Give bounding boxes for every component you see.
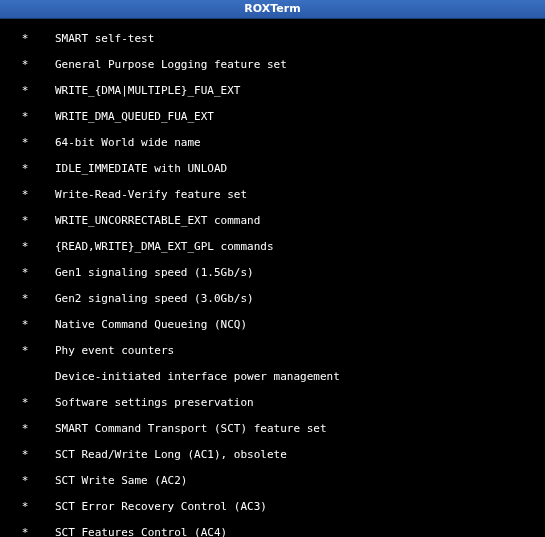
feature-line: * Gen2 signaling speed (3.0Gb/s)	[2, 292, 543, 305]
feature-line: * Software settings preservation	[2, 396, 543, 409]
feature-line: * Phy event counters	[2, 344, 543, 357]
feature-line: * General Purpose Logging feature set	[2, 58, 543, 71]
title-text: ROXTerm	[244, 2, 300, 15]
feature-line: * SMART self-test	[2, 32, 543, 45]
feature-line: * WRITE_{DMA|MULTIPLE}_FUA_EXT	[2, 84, 543, 97]
feature-line: * SCT Read/Write Long (AC1), obsolete	[2, 448, 543, 461]
window-titlebar[interactable]: ROXTerm	[0, 0, 545, 19]
feature-line: * SCT Write Same (AC2)	[2, 474, 543, 487]
feature-line: Device-initiated interface power managem…	[2, 370, 543, 383]
feature-line: * Gen1 signaling speed (1.5Gb/s)	[2, 266, 543, 279]
feature-line: * SCT Features Control (AC4)	[2, 526, 543, 537]
feature-line: * WRITE_DMA_QUEUED_FUA_EXT	[2, 110, 543, 123]
feature-line: * Native Command Queueing (NCQ)	[2, 318, 543, 331]
feature-line: * WRITE_UNCORRECTABLE_EXT command	[2, 214, 543, 227]
feature-line: * 64-bit World wide name	[2, 136, 543, 149]
feature-line: * Write-Read-Verify feature set	[2, 188, 543, 201]
feature-line: * SCT Error Recovery Control (AC3)	[2, 500, 543, 513]
feature-line: * {READ,WRITE}_DMA_EXT_GPL commands	[2, 240, 543, 253]
feature-line: * IDLE_IMMEDIATE with UNLOAD	[2, 162, 543, 175]
terminal-output[interactable]: * SMART self-test * General Purpose Logg…	[0, 19, 545, 537]
feature-line: * SMART Command Transport (SCT) feature …	[2, 422, 543, 435]
